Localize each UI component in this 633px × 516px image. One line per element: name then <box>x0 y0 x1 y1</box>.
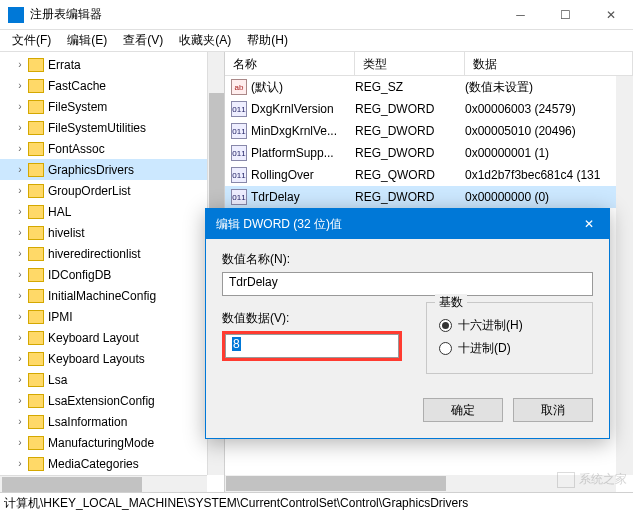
minimize-button[interactable]: ─ <box>498 0 543 30</box>
menu-help[interactable]: 帮助(H) <box>239 30 296 51</box>
cancel-button[interactable]: 取消 <box>513 398 593 422</box>
expander-icon[interactable]: › <box>14 374 26 386</box>
expander-icon[interactable]: › <box>14 269 26 281</box>
value-row[interactable]: 011RollingOverREG_QWORD0x1d2b7f3bec681c4… <box>225 164 633 186</box>
value-type: REG_QWORD <box>355 168 465 182</box>
tree-item[interactable]: ›Keyboard Layout <box>0 327 224 348</box>
tree-item[interactable]: ›Keyboard Layouts <box>0 348 224 369</box>
tree-item[interactable]: ›Errata <box>0 54 224 75</box>
value-data: 0x00000000 (0) <box>465 190 633 204</box>
folder-icon <box>28 394 44 408</box>
expander-icon[interactable]: › <box>14 458 26 470</box>
tree-item[interactable]: ›FileSystem <box>0 96 224 117</box>
folder-icon <box>28 163 44 177</box>
tree-item-label: IPMI <box>48 310 73 324</box>
folder-icon <box>28 373 44 387</box>
tree-item-label: ManufacturingMode <box>48 436 154 450</box>
radio-hex[interactable]: 十六进制(H) <box>439 317 580 334</box>
tree-item[interactable]: ›FastCache <box>0 75 224 96</box>
expander-icon[interactable]: › <box>14 416 26 428</box>
menubar: 文件(F) 编辑(E) 查看(V) 收藏夹(A) 帮助(H) <box>0 30 633 52</box>
value-row[interactable]: 011MinDxgKrnlVe...REG_DWORD0x00005010 (2… <box>225 120 633 142</box>
expander-icon[interactable]: › <box>14 143 26 155</box>
maximize-button[interactable]: ☐ <box>543 0 588 30</box>
value-type: REG_SZ <box>355 80 465 94</box>
tree-item[interactable]: ›GroupOrderList <box>0 180 224 201</box>
folder-icon <box>28 184 44 198</box>
expander-icon[interactable]: › <box>14 59 26 71</box>
dialog-close-button[interactable]: ✕ <box>569 209 609 239</box>
tree-item[interactable]: ›IDConfigDB <box>0 264 224 285</box>
values-scrollbar-horizontal[interactable] <box>225 475 616 492</box>
tree-item[interactable]: ›hivelist <box>0 222 224 243</box>
tree-item[interactable]: ›FileSystemUtilities <box>0 117 224 138</box>
expander-icon[interactable]: › <box>14 164 26 176</box>
radio-dec-icon <box>439 342 452 355</box>
tree-item[interactable]: ›FontAssoc <box>0 138 224 159</box>
tree-item[interactable]: ›hiveredirectionlist <box>0 243 224 264</box>
window-title: 注册表编辑器 <box>30 6 498 23</box>
edit-dword-dialog: 编辑 DWORD (32 位)值 ✕ 数值名称(N): TdrDelay 数值数… <box>205 208 610 439</box>
folder-icon <box>28 226 44 240</box>
tree-scrollbar-horizontal[interactable] <box>0 475 207 492</box>
string-value-icon: ab <box>231 79 247 95</box>
tree-item[interactable]: ›InitialMachineConfig <box>0 285 224 306</box>
expander-icon[interactable]: › <box>14 248 26 260</box>
folder-icon <box>28 352 44 366</box>
column-header-type[interactable]: 类型 <box>355 52 465 75</box>
folder-icon <box>28 289 44 303</box>
value-row[interactable]: 011PlatformSupp...REG_DWORD0x00000001 (1… <box>225 142 633 164</box>
close-button[interactable]: ✕ <box>588 0 633 30</box>
tree-item-label: Keyboard Layouts <box>48 352 145 366</box>
expander-icon[interactable]: › <box>14 122 26 134</box>
menu-file[interactable]: 文件(F) <box>4 30 59 51</box>
value-row[interactable]: 011DxgKrnlVersionREG_DWORD0x00006003 (24… <box>225 98 633 120</box>
value-name-label: 数值名称(N): <box>222 251 593 268</box>
value-type: REG_DWORD <box>355 124 465 138</box>
tree-item-label: Keyboard Layout <box>48 331 139 345</box>
tree-item[interactable]: ›MediaCategories <box>0 453 224 474</box>
expander-icon[interactable]: › <box>14 332 26 344</box>
expander-icon[interactable]: › <box>14 206 26 218</box>
column-header-name[interactable]: 名称 <box>225 52 355 75</box>
statusbar: 计算机\HKEY_LOCAL_MACHINE\SYSTEM\CurrentCon… <box>0 492 633 514</box>
value-data-label: 数值数据(V): <box>222 310 402 327</box>
tree-item[interactable]: ›ManufacturingMode <box>0 432 224 453</box>
value-type: REG_DWORD <box>355 190 465 204</box>
tree-item-label: Errata <box>48 58 81 72</box>
column-header-data[interactable]: 数据 <box>465 52 633 75</box>
radio-dec[interactable]: 十进制(D) <box>439 340 580 357</box>
folder-icon <box>28 58 44 72</box>
menu-edit[interactable]: 编辑(E) <box>59 30 115 51</box>
expander-icon[interactable]: › <box>14 80 26 92</box>
value-row[interactable]: 011TdrDelayREG_DWORD0x00000000 (0) <box>225 186 633 208</box>
expander-icon[interactable]: › <box>14 227 26 239</box>
value-row[interactable]: ab(默认)REG_SZ(数值未设置) <box>225 76 633 98</box>
value-name-input[interactable]: TdrDelay <box>222 272 593 296</box>
menu-view[interactable]: 查看(V) <box>115 30 171 51</box>
folder-icon <box>28 142 44 156</box>
dialog-titlebar[interactable]: 编辑 DWORD (32 位)值 ✕ <box>206 209 609 239</box>
expander-icon[interactable]: › <box>14 185 26 197</box>
tree-item[interactable]: ›LsaInformation <box>0 411 224 432</box>
tree-item[interactable]: ›Lsa <box>0 369 224 390</box>
folder-icon <box>28 100 44 114</box>
expander-icon[interactable]: › <box>14 437 26 449</box>
ok-button[interactable]: 确定 <box>423 398 503 422</box>
tree-item[interactable]: ›IPMI <box>0 306 224 327</box>
expander-icon[interactable]: › <box>14 101 26 113</box>
menu-favorites[interactable]: 收藏夹(A) <box>171 30 239 51</box>
tree-item[interactable]: ›LsaExtensionConfig <box>0 390 224 411</box>
expander-icon[interactable]: › <box>14 290 26 302</box>
tree-item[interactable]: ›HAL <box>0 201 224 222</box>
tree-item[interactable]: ›GraphicsDrivers <box>0 159 224 180</box>
value-data: 0x1d2b7f3bec681c4 (131 <box>465 168 633 182</box>
tree-item-label: InitialMachineConfig <box>48 289 156 303</box>
expander-icon[interactable]: › <box>14 395 26 407</box>
expander-icon[interactable]: › <box>14 353 26 365</box>
value-data-input[interactable]: 8 <box>225 334 399 358</box>
value-data-highlight: 8 <box>222 331 402 361</box>
value-data: 0x00005010 (20496) <box>465 124 633 138</box>
values-scrollbar-vertical[interactable] <box>616 76 633 475</box>
expander-icon[interactable]: › <box>14 311 26 323</box>
